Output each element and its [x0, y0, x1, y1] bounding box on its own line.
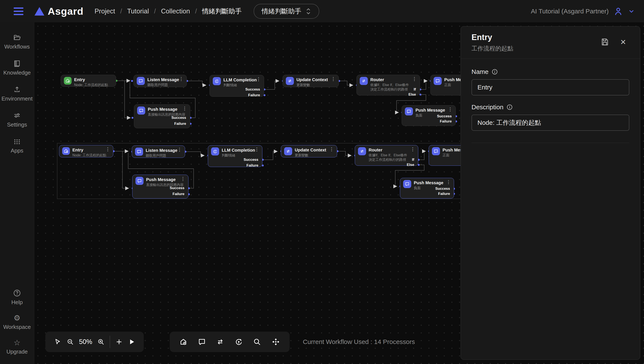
node-subtitle: 更新變數: [296, 83, 328, 87]
port-label-success[interactable]: Success: [244, 158, 258, 162]
fit-view-button[interactable]: [271, 338, 280, 346]
port-label-failure[interactable]: Failure: [440, 119, 452, 124]
sidebar-item-knowledge[interactable]: Knowledge: [1, 60, 33, 76]
node-update-context[interactable]: Update Context 更新變數 ⋮: [282, 75, 339, 87]
sidebar-item-upgrade[interactable]: ☆ Upgrade: [1, 339, 33, 355]
sidebar-item-environment[interactable]: Environment: [1, 86, 33, 102]
node-title: LLM Completion: [224, 77, 257, 82]
breadcrumb-collection[interactable]: Collection: [161, 8, 190, 15]
star-icon: ☆: [14, 339, 20, 346]
kebab-menu-icon[interactable]: ⋮: [106, 147, 110, 152]
zoom-level-value: 50%: [79, 338, 92, 346]
breadcrumb-separator: /: [195, 8, 197, 15]
description-input-value: Node: 工作流程的起點: [478, 118, 541, 127]
kebab-menu-icon[interactable]: ⋮: [331, 77, 336, 81]
sidebar-item-apps[interactable]: Apps: [1, 138, 33, 154]
port-label-else[interactable]: Else: [407, 163, 414, 167]
node-entry-selected[interactable]: Entry Node: 工作流程的起點 ⋮: [59, 145, 113, 158]
port-label-success[interactable]: Success: [435, 186, 450, 191]
sidebar-item-workspace[interactable]: ⚙ Workspace: [1, 314, 33, 330]
kebab-menu-icon[interactable]: ⋮: [412, 77, 417, 81]
breadcrumb-project[interactable]: Project: [94, 8, 115, 15]
node-listen-message-selected[interactable]: Listen Message 聽取用戶問題 ⋮: [132, 146, 185, 158]
name-input[interactable]: Entry: [472, 79, 629, 96]
node-push-message-negative-selected[interactable]: Push Message 負面 ⋮ Success Failure: [400, 178, 454, 198]
chat-icon: [135, 148, 143, 156]
port-label-failure[interactable]: Failure: [248, 93, 260, 97]
sidebar-item-workflows[interactable]: Workflows: [1, 34, 33, 50]
node-title: Push Message: [416, 107, 445, 113]
node-title: Push Message: [146, 177, 184, 182]
info-icon[interactable]: [492, 68, 498, 75]
zoom-out-button[interactable]: [66, 338, 74, 346]
node-router-selected[interactable]: Router 依據If、Else If、Else條件決定工作流程執行的路徑 ⋮ …: [355, 145, 418, 166]
port-label-success[interactable]: Success: [170, 186, 184, 190]
kebab-menu-icon[interactable]: ⋮: [177, 148, 182, 152]
description-input[interactable]: Node: 工作流程的起點: [472, 114, 629, 131]
auto-arrange-button[interactable]: [234, 338, 243, 346]
zoom-in-button[interactable]: [97, 338, 105, 346]
swap-arrows-icon: [286, 77, 294, 85]
node-subtitle: 判斷情緒: [224, 83, 257, 88]
chat-icon: [434, 77, 442, 85]
node-update-context-selected[interactable]: Update Context 更新變數 ⋮: [281, 145, 337, 158]
sidebar-item-settings[interactable]: Settings: [1, 112, 33, 128]
book-icon: [13, 60, 21, 68]
node-router[interactable]: Router 依據If、Else If、Else條件決定工作流程執行的路徑 ⋮ …: [356, 75, 420, 96]
kebab-menu-icon[interactable]: ⋮: [254, 147, 259, 152]
node-push-message-direct-selected[interactable]: Push Message 直接輸出訊息的回應內容 ⋮ Success Failu…: [132, 175, 188, 198]
kebab-menu-icon[interactable]: ⋮: [410, 147, 415, 152]
run-workflow-button[interactable]: [128, 338, 135, 346]
swap-arrows-icon: [358, 147, 366, 155]
workflow-selector[interactable]: 情緒判斷助手: [254, 4, 319, 19]
user-icon[interactable]: [613, 6, 623, 16]
node-llm-completion[interactable]: LLM Completion 判斷情緒 ⋮ Success Failure: [210, 75, 264, 97]
kebab-menu-icon[interactable]: ⋮: [448, 107, 452, 112]
port-label-failure[interactable]: Failure: [172, 192, 184, 196]
kebab-menu-icon[interactable]: ⋮: [446, 180, 451, 184]
node-push-message-direct[interactable]: Push Message 直接輸出訊息的回應內容 ⋮ Success Failu…: [134, 104, 190, 128]
node-subtitle: 聽取用戶問題: [146, 154, 178, 158]
chat-icon: [137, 77, 145, 85]
kebab-menu-icon[interactable]: ⋮: [329, 147, 334, 152]
kebab-menu-icon[interactable]: ⋮: [180, 176, 185, 181]
node-title: LLM Completion: [222, 148, 255, 153]
add-node-button[interactable]: [115, 338, 123, 346]
node-title: Router: [370, 77, 410, 82]
canvas-insert-toolbar: [170, 332, 290, 352]
hamburger-menu-icon[interactable]: [14, 8, 24, 15]
port-label-else[interactable]: Else: [408, 92, 416, 97]
port-label-success[interactable]: Success: [245, 87, 260, 92]
node-entry[interactable]: Entry Node: 工作流程的起點: [61, 75, 116, 87]
node-llm-completion-selected[interactable]: LLM Completion 判斷情緒 ⋮ Success Failure: [208, 145, 262, 167]
account-menu[interactable]: AI Tutorial (Asgard Partner): [531, 6, 635, 16]
port-label-if[interactable]: If: [414, 87, 416, 92]
chevron-down-icon[interactable]: [628, 8, 635, 15]
folder-icon: [13, 34, 21, 42]
port-label-success[interactable]: Success: [172, 116, 186, 120]
kebab-menu-icon[interactable]: ⋮: [256, 77, 261, 82]
add-message-node-button[interactable]: [198, 338, 206, 346]
port-label-failure[interactable]: Failure: [246, 163, 258, 168]
toolbar-divider: [110, 336, 110, 348]
sliders-icon: [13, 112, 21, 120]
app-window: Asgard Project / Tutorial / Collection /…: [0, 0, 644, 364]
close-icon[interactable]: ×: [620, 39, 626, 45]
add-entry-node-button[interactable]: [179, 338, 188, 346]
breadcrumb-tutorial[interactable]: Tutorial: [127, 8, 149, 15]
port-label-if[interactable]: If: [412, 158, 414, 162]
save-icon[interactable]: [600, 38, 609, 46]
kebab-menu-icon[interactable]: ⋮: [179, 77, 184, 81]
cursor-tool-button[interactable]: [54, 338, 62, 346]
search-icon[interactable]: [253, 338, 261, 346]
node-subtitle: Node: 工作流程的起點: [74, 83, 108, 87]
sidebar-item-help[interactable]: Help: [1, 289, 33, 306]
port-label-failure[interactable]: Failure: [174, 122, 186, 126]
port-label-failure[interactable]: Failure: [438, 192, 450, 196]
kebab-menu-icon[interactable]: ⋮: [182, 106, 187, 111]
node-push-message-negative[interactable]: Push Message 負面 ⋮ Success Failure: [402, 105, 456, 126]
info-icon[interactable]: [506, 104, 513, 110]
node-listen-message[interactable]: Listen Message 聽取用戶問題 ⋮: [134, 75, 187, 87]
add-swap-node-button[interactable]: [216, 338, 224, 346]
port-label-success[interactable]: Success: [437, 114, 452, 118]
